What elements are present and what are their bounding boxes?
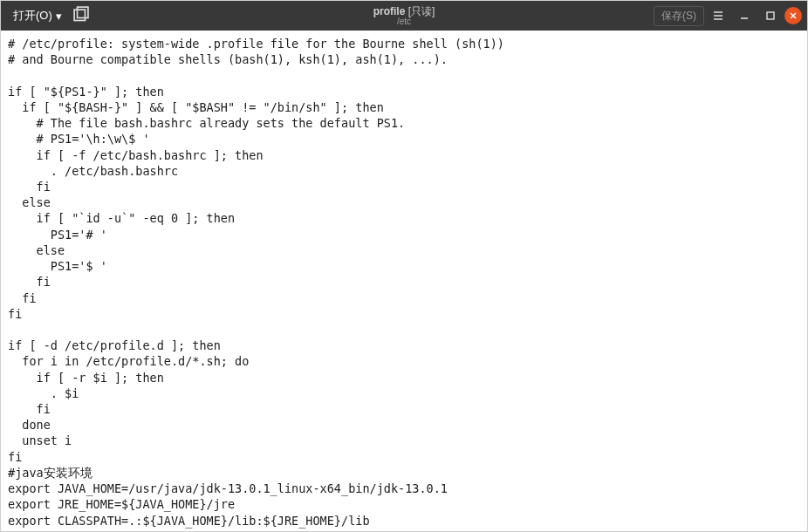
window-title: profile [只读] (373, 6, 435, 17)
file-path: /etc (397, 17, 411, 26)
code-line: PS1='# ' (8, 227, 800, 242)
code-line: fi (8, 179, 800, 194)
hamburger-menu-button[interactable] (706, 3, 730, 28)
code-line: if [ "`id -u`" -eq 0 ]; then (8, 210, 800, 226)
code-line: fi (8, 401, 800, 417)
code-line: fi (8, 274, 800, 290)
svg-rect-0 (74, 10, 85, 20)
code-line: else (8, 242, 800, 258)
code-line: if [ "${PS1-}" ]; then (8, 84, 800, 99)
minimize-icon (739, 10, 750, 21)
text-editor-area[interactable]: # /etc/profile: system-wide .profile fil… (1, 31, 807, 531)
code-line: done (8, 417, 800, 433)
code-line: if [ -d /etc/profile.d ]; then (8, 338, 800, 353)
code-line: . $i (8, 385, 800, 401)
code-line: if [ -r $i ]; then (8, 370, 800, 385)
save-button[interactable]: 保存(S) (654, 6, 704, 26)
code-line: unset i (8, 433, 800, 448)
code-line: export JRE_HOME=${JAVA_HOME}/jre (8, 496, 800, 512)
new-tab-button[interactable] (71, 6, 90, 25)
code-line: if [ "${BASH-}" ] && [ "$BASH" != "/bin/… (8, 99, 800, 115)
code-line: . /etc/bash.bashrc (8, 163, 800, 179)
code-line (8, 67, 800, 83)
code-line: else (8, 194, 800, 210)
code-line: #java安装环境 (8, 465, 800, 481)
code-line: # PS1='\h:\w\$ ' (8, 131, 800, 147)
minimize-button[interactable] (732, 3, 757, 28)
code-line: # and Bourne compatible shells (bash(1),… (8, 51, 800, 67)
code-line: export CLASSPATH=.:${JAVA_HOME}/lib:${JR… (8, 513, 800, 529)
file-name: profile (373, 5, 406, 17)
maximize-button[interactable] (758, 3, 783, 28)
readonly-badge: [只读] (408, 5, 435, 17)
titlebar-right: 保存(S) (654, 3, 802, 28)
open-button[interactable]: 打开(O) ▾ (10, 6, 65, 25)
code-line: # /etc/profile: system-wide .profile fil… (8, 36, 800, 51)
close-button[interactable] (784, 7, 802, 24)
code-line: fi (8, 306, 800, 322)
svg-rect-2 (767, 12, 774, 19)
hamburger-icon (713, 10, 723, 21)
open-label: 打开(O) (13, 8, 52, 24)
code-line (8, 322, 800, 338)
code-line: fi (8, 290, 800, 306)
editor-window: 打开(O) ▾ profile [只读] /etc 保存(S) (0, 0, 808, 532)
code-line: export JAVA_HOME=/usr/java/jdk-13.0.1_li… (8, 481, 800, 496)
code-line: for i in /etc/profile.d/*.sh; do (8, 353, 800, 369)
chevron-down-icon: ▾ (56, 10, 62, 23)
titlebar-left: 打开(O) ▾ (10, 6, 90, 25)
code-line: # The file bash.bashrc already sets the … (8, 115, 800, 131)
code-line: export PATH=${JAVA_HOME}/bin:$PATH (8, 529, 800, 531)
code-line: PS1='$ ' (8, 258, 800, 274)
code-line: fi (8, 449, 800, 465)
titlebar: 打开(O) ▾ profile [只读] /etc 保存(S) (1, 1, 807, 31)
new-tab-icon (71, 6, 90, 25)
svg-rect-1 (77, 7, 87, 17)
close-icon (789, 11, 798, 20)
code-line: if [ -f /etc/bash.bashrc ]; then (8, 147, 800, 163)
maximize-icon (765, 10, 776, 21)
